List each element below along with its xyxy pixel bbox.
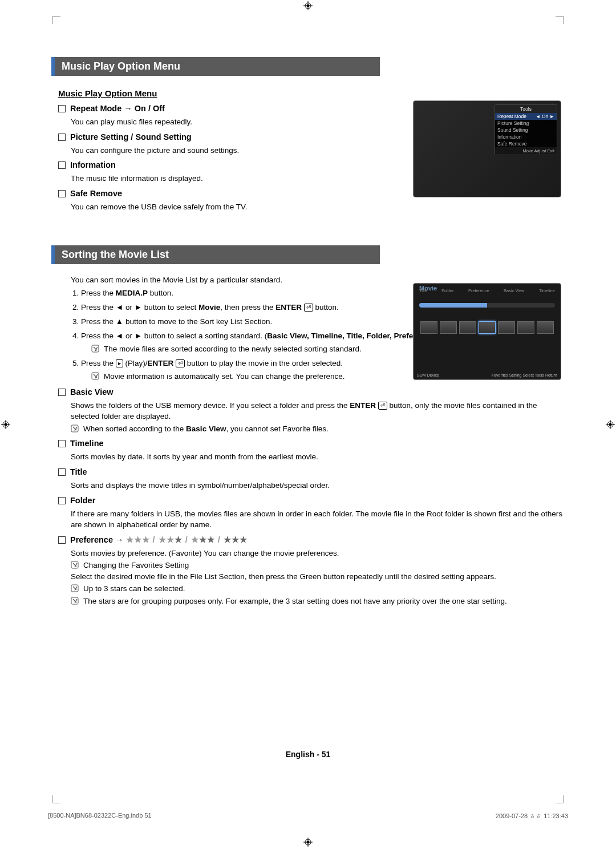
- note-row: When sorted according to the Basic View,…: [71, 423, 565, 435]
- tools-panel: Tools Repeat Mode◄ On ► Picture Setting …: [495, 104, 557, 155]
- item-folder: Folder: [58, 496, 565, 505]
- item-body: Select the desired movie file in the Fil…: [71, 571, 565, 583]
- section-header-sorting: Sorting the Movie List: [51, 245, 380, 264]
- checkbox-icon: [58, 536, 66, 544]
- item-title: Repeat Mode → On / Off: [70, 104, 165, 113]
- page-footer-center: English - 51: [0, 750, 616, 759]
- item-body: If there are many folders in USB, the mo…: [71, 508, 565, 531]
- section-header-music: Music Play Option Menu: [51, 57, 380, 76]
- item-body: Shows the folders of the USB memory devi…: [71, 400, 565, 422]
- note-icon: [91, 372, 99, 380]
- item-timeline: Timeline: [58, 439, 565, 448]
- note-row: Up to 3 stars can be selected.: [71, 583, 565, 595]
- checkbox-icon: [58, 497, 66, 504]
- note-icon: [71, 424, 79, 432]
- note-row: Changing the Favorites Setting: [71, 560, 565, 571]
- note-icon: [71, 561, 79, 569]
- note-row: The stars are for grouping purposes only…: [71, 596, 565, 607]
- item-body: You can remove the USB device safely fro…: [71, 201, 565, 213]
- star-rating-icon: ★★★ / ★★★ / ★★★ / ★★★: [126, 535, 248, 544]
- print-footer: [8500-NA]BN68-02322C-Eng.indb 51 2009-07…: [48, 812, 568, 820]
- tools-menu-screenshot: Tools Repeat Mode◄ On ► Picture Setting …: [413, 100, 561, 197]
- item-title: Title: [58, 467, 565, 476]
- item-title: Information: [70, 160, 116, 169]
- item-title: Safe Remove: [70, 189, 122, 198]
- item-title: Picture Setting / Sound Setting: [70, 132, 192, 142]
- checkbox-icon: [58, 134, 66, 141]
- movie-list-screenshot: Movie Title Folder Preference Basic View…: [413, 283, 561, 380]
- tools-panel-title: Tools: [495, 105, 557, 113]
- page-content: Tools Repeat Mode◄ On ► Picture Setting …: [0, 0, 616, 849]
- checkbox-icon: [58, 389, 66, 396]
- note-icon: [71, 584, 79, 592]
- note-icon: [71, 597, 79, 605]
- item-preference: Preference → ★★★ / ★★★ / ★★★ / ★★★: [58, 535, 565, 544]
- item-basic-view: Basic View: [58, 387, 565, 397]
- subheading-music: Music Play Option Menu: [58, 88, 565, 98]
- item-body: Sorts and displays the movie titles in s…: [71, 480, 565, 491]
- checkbox-icon: [58, 440, 66, 447]
- checkbox-icon: [58, 105, 66, 112]
- note-icon: [91, 345, 99, 353]
- item-body: Sorts movies by date. It sorts by year a…: [71, 451, 565, 463]
- checkbox-icon: [58, 161, 66, 169]
- checkbox-icon: [58, 190, 66, 197]
- item-body: Sorts movies by preference. (Favorite) Y…: [71, 548, 565, 559]
- checkbox-icon: [58, 468, 66, 476]
- enter-icon: ⏎: [378, 402, 387, 410]
